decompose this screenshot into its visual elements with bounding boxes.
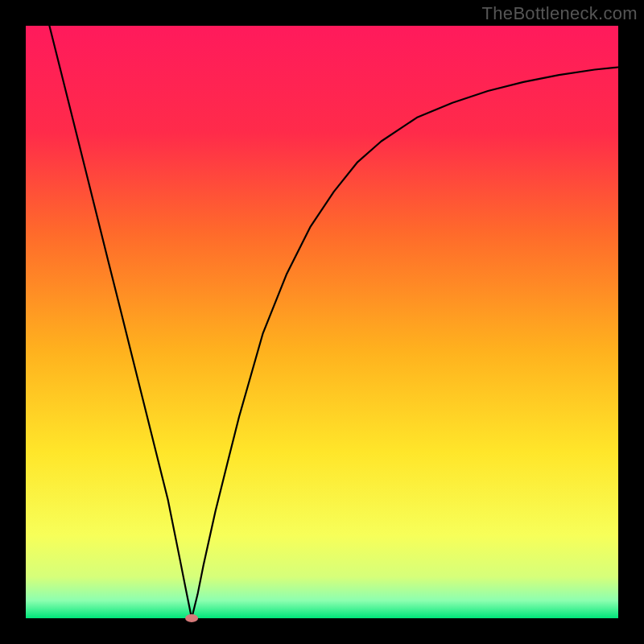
watermark-text: TheBottleneck.com <box>482 3 638 24</box>
plot-background <box>26 26 618 618</box>
bottleneck-chart <box>0 0 644 644</box>
minimum-marker <box>185 614 198 622</box>
chart-frame: TheBottleneck.com <box>0 0 644 644</box>
